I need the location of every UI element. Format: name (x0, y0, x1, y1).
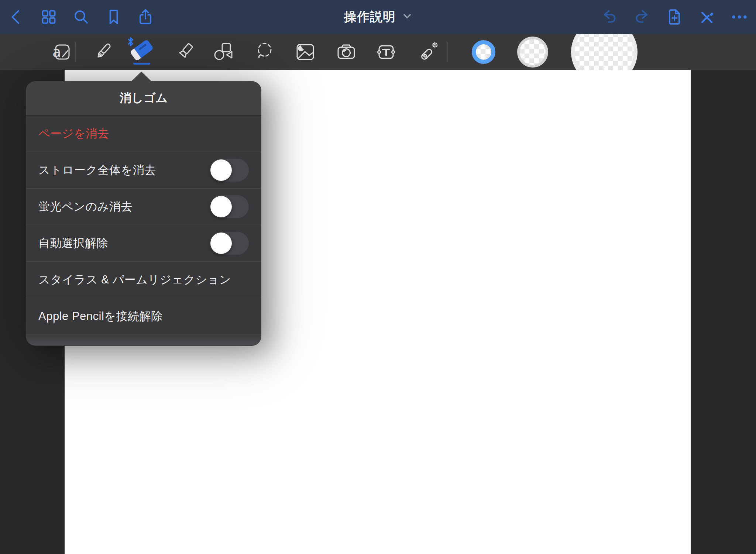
menu-item-label: Apple Pencilを接続解除 (38, 309, 163, 324)
text-icon (374, 40, 398, 64)
tool-highlighter[interactable] (169, 34, 200, 70)
lasso-icon (253, 40, 276, 64)
eraser-size-large[interactable] (571, 34, 638, 70)
shapes-icon (212, 40, 235, 64)
laser-pointer-icon (416, 40, 440, 64)
drawing-toolbar: a (0, 34, 756, 70)
tool-eraser[interactable] (126, 34, 157, 70)
toggle-erase-entire-stroke[interactable] (210, 159, 249, 182)
toggle-knob (210, 159, 232, 181)
zoom-window-icon: a (49, 40, 73, 64)
eraser-size-small[interactable] (472, 40, 495, 64)
more-button[interactable] (726, 4, 753, 30)
readonly-pen-button[interactable] (694, 4, 720, 30)
undo-button[interactable] (597, 4, 623, 30)
image-icon (293, 40, 317, 64)
menu-item-auto-deselect: 自動選択解除 (26, 225, 261, 262)
menu-item-erase-page[interactable]: ページを消去 (26, 116, 261, 152)
menu-item-disconnect-apple-pencil[interactable]: Apple Pencilを接続解除 (26, 298, 261, 335)
camera-icon (334, 40, 358, 64)
highlighter-icon (173, 40, 196, 64)
menu-item-label: 自動選択解除 (38, 235, 108, 251)
toggle-auto-deselect[interactable] (210, 232, 249, 255)
tool-image[interactable] (290, 34, 321, 70)
toolbar-separator (447, 42, 448, 62)
svg-text:a: a (52, 44, 61, 60)
popover-footer (26, 335, 261, 345)
toolbar-separator (75, 42, 76, 62)
tool-text[interactable] (371, 34, 402, 70)
menu-item-label: 蛍光ペンのみ消去 (38, 199, 133, 214)
tool-shapes[interactable] (208, 34, 239, 70)
undo-icon (600, 7, 619, 27)
tool-lasso[interactable] (249, 34, 280, 70)
eraser-size-medium[interactable] (517, 37, 548, 68)
tool-laser-pointer[interactable] (413, 34, 444, 70)
eraser-settings-popover: 消しゴム ページを消去 ストローク全体を消去 蛍光ペンのみ消去 自動選択解除 ス… (26, 81, 261, 346)
tool-zoom-window[interactable]: a (46, 34, 77, 70)
menu-item-stylus-palm-rejection[interactable]: スタイラス & パームリジェクション (26, 262, 261, 298)
menu-item-label: ページを消去 (38, 126, 109, 141)
add-page-button[interactable] (661, 4, 688, 30)
toggle-knob (210, 233, 232, 254)
top-navigation-bar: 操作説明 (0, 0, 756, 34)
redo-icon (632, 7, 651, 27)
chevron-down-icon (402, 11, 412, 23)
tool-camera[interactable] (331, 34, 362, 70)
toggle-knob (210, 196, 232, 217)
menu-item-label: スタイラス & パームリジェクション (38, 272, 231, 288)
tool-pen[interactable] (87, 34, 118, 70)
pen-crossed-icon (697, 7, 717, 27)
page-title: 操作説明 (344, 8, 396, 25)
menu-item-erase-entire-stroke: ストローク全体を消去 (26, 152, 261, 189)
menu-item-label: ストローク全体を消去 (38, 162, 156, 178)
redo-button[interactable] (628, 4, 655, 30)
toggle-erase-highlighter-only[interactable] (210, 195, 249, 218)
ellipsis-icon (730, 7, 749, 27)
pen-icon (91, 40, 114, 64)
app-window: 操作説明 (0, 0, 756, 554)
popover-arrow (131, 72, 152, 82)
eraser-underline (133, 63, 150, 65)
add-page-icon (665, 7, 684, 27)
menu-item-erase-highlighter-only: 蛍光ペンのみ消去 (26, 189, 261, 225)
popover-title: 消しゴム (26, 81, 261, 116)
